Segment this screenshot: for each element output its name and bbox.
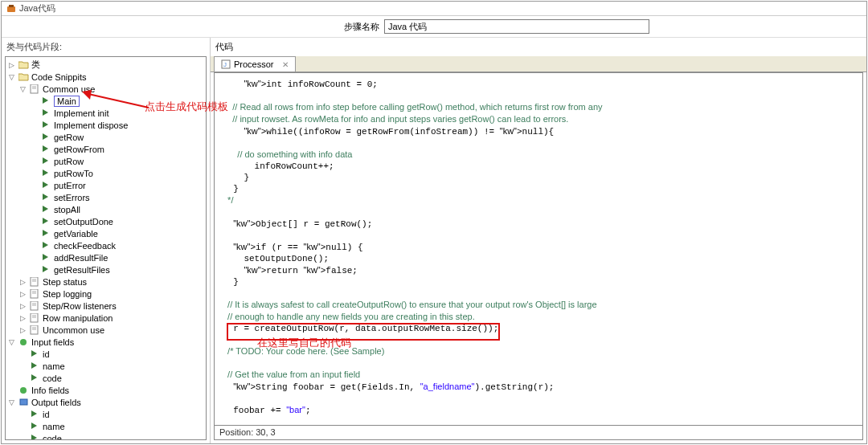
play-icon	[30, 434, 40, 441]
page-icon	[30, 301, 40, 311]
svg-marker-12	[43, 182, 48, 188]
output-fields-icon	[18, 398, 29, 407]
play-icon	[41, 145, 51, 154]
svg-marker-6	[43, 109, 48, 116]
svg-text:J: J	[223, 61, 227, 68]
tree-item[interactable]: stopAll	[6, 203, 206, 215]
expand-icon[interactable]: ▷	[18, 290, 27, 298]
svg-marker-11	[43, 169, 48, 176]
tree-item[interactable]: checkFeedback	[6, 239, 206, 251]
tree-item[interactable]: putRowTo	[6, 167, 206, 179]
play-icon	[41, 157, 51, 166]
svg-rect-1	[9, 5, 14, 7]
collapse-icon[interactable]: ▽	[7, 398, 16, 406]
svg-marker-17	[43, 242, 48, 248]
tree-item[interactable]: getResultFiles	[6, 263, 206, 276]
play-icon	[41, 265, 51, 275]
expand-icon[interactable]: ▷	[18, 278, 27, 286]
svg-marker-36	[31, 350, 37, 357]
tree-item[interactable]: Implement init	[6, 107, 206, 119]
tree-item[interactable]: setErrors	[6, 191, 206, 203]
close-icon[interactable]: ✕	[282, 60, 289, 69]
tree-item[interactable]: Main	[6, 95, 206, 107]
svg-rect-40	[20, 399, 27, 405]
play-icon	[41, 181, 51, 190]
tree-item[interactable]: getRow	[6, 131, 206, 143]
svg-marker-18	[43, 254, 48, 260]
play-icon	[41, 193, 51, 202]
tab-processor[interactable]: J Processor ✕	[214, 56, 296, 71]
play-icon	[30, 349, 40, 359]
tree-item[interactable]: ▷Step status	[6, 276, 206, 288]
play-icon	[41, 253, 51, 263]
tree-item[interactable]: name	[6, 420, 206, 432]
main-area: 类与代码片段: ▷类 ▽Code Snippits ▽Common use Ma…	[2, 38, 866, 443]
tree-item[interactable]: name	[6, 360, 206, 372]
svg-marker-8	[43, 133, 48, 140]
tree-item[interactable]: id	[6, 408, 206, 420]
tab-label: Processor	[234, 59, 274, 69]
tree-node-common[interactable]: ▽Common use	[6, 83, 206, 95]
play-icon	[41, 169, 51, 178]
play-icon	[30, 361, 40, 371]
page-icon	[30, 325, 40, 335]
step-name-input[interactable]	[384, 19, 649, 34]
folder-icon	[18, 60, 29, 70]
tree-item[interactable]: putRow	[6, 155, 206, 167]
tree-node-output-fields[interactable]: ▽Output fields	[6, 396, 206, 408]
play-icon	[41, 108, 51, 118]
tree-item[interactable]: code	[6, 432, 206, 440]
svg-marker-19	[43, 266, 48, 272]
svg-marker-38	[31, 374, 37, 381]
tree-item[interactable]: ▷Step logging	[6, 288, 206, 300]
folder-icon	[18, 72, 29, 82]
tree-item[interactable]: setOutputDone	[6, 215, 206, 227]
play-icon	[41, 205, 51, 214]
window-title: Java代码	[19, 2, 55, 14]
tree-item[interactable]: getRowFrom	[6, 143, 206, 155]
play-icon	[41, 217, 51, 227]
code-label: 代码	[211, 38, 866, 56]
tree-node-input-fields[interactable]: ▽Input fields	[6, 336, 206, 348]
tree-item[interactable]: ▷Step/Row listeners	[6, 300, 206, 312]
expand-icon[interactable]: ▷	[18, 302, 27, 310]
tree-item[interactable]: Implement dispose	[6, 119, 206, 131]
expand-icon[interactable]: ▷	[7, 61, 16, 69]
play-icon	[41, 120, 51, 130]
tree-item[interactable]: putError	[6, 179, 206, 191]
svg-marker-7	[43, 121, 48, 128]
collapse-icon[interactable]: ▽	[7, 73, 16, 81]
collapse-icon[interactable]: ▽	[18, 85, 27, 93]
tree-node-info-fields[interactable]: ▷Info fields	[6, 384, 206, 396]
svg-marker-5	[43, 97, 48, 104]
collapse-icon[interactable]: ▽	[7, 338, 16, 346]
svg-marker-16	[43, 230, 48, 236]
tree-item[interactable]: ▷Uncommon use	[6, 324, 206, 336]
expand-icon[interactable]: ▷	[18, 326, 27, 334]
tree-item[interactable]: ▷Row manipulation	[6, 312, 206, 324]
tree-item[interactable]: getVariable	[6, 227, 206, 239]
page-icon	[30, 313, 40, 323]
tree[interactable]: ▷类 ▽Code Snippits ▽Common use MainImplem…	[5, 56, 207, 440]
tree-node-classes[interactable]: ▷类	[6, 59, 206, 71]
tree-item[interactable]: addResultFile	[6, 251, 206, 263]
svg-marker-41	[31, 410, 37, 417]
expand-icon[interactable]: ▷	[18, 314, 27, 322]
play-icon	[41, 229, 51, 239]
svg-point-39	[20, 387, 27, 394]
code-editor[interactable]: "kw">int infoRowCount = 0; // Read all r…	[214, 72, 863, 426]
tree-item[interactable]: code	[6, 372, 206, 384]
titlebar: Java代码	[2, 2, 866, 16]
svg-marker-42	[31, 423, 37, 429]
play-icon	[41, 96, 51, 106]
tree-node-snippits[interactable]: ▽Code Snippits	[6, 71, 206, 83]
svg-marker-14	[43, 206, 48, 212]
play-icon	[41, 241, 51, 251]
svg-marker-9	[43, 145, 48, 152]
right-panel: 代码 J Processor ✕ "kw">int infoRowCount =…	[211, 38, 866, 443]
svg-marker-37	[31, 362, 37, 369]
svg-rect-0	[7, 6, 15, 12]
svg-marker-10	[43, 157, 48, 164]
tree-item[interactable]: id	[6, 348, 206, 360]
page-icon	[30, 289, 40, 299]
